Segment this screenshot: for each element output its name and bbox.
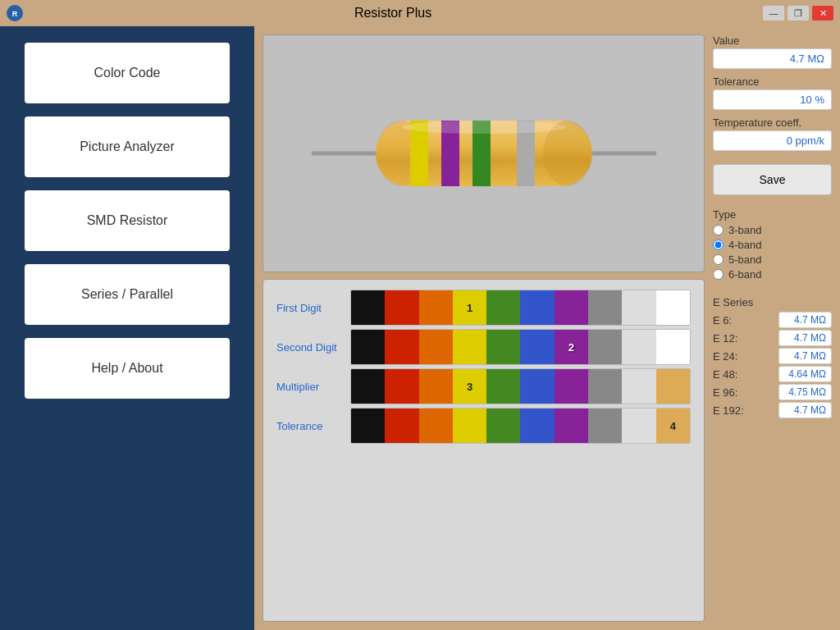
color-segment-0-5[interactable]: [520, 290, 554, 325]
eseries-row-2: E 24:4.7 MΩ: [713, 348, 832, 364]
color-segment-1-1[interactable]: [385, 330, 418, 364]
eseries-row-label-5: E 192:: [713, 404, 744, 417]
color-segment-3-5[interactable]: [520, 409, 554, 443]
color-segment-1-2[interactable]: [419, 330, 453, 364]
minimize-button[interactable]: —: [763, 6, 784, 21]
color-segment-1-0[interactable]: [351, 330, 385, 364]
eseries-row-value-0: 4.7 MΩ: [778, 312, 832, 328]
color-segment-1-5[interactable]: [520, 330, 554, 364]
color-segment-0-4[interactable]: [486, 290, 520, 325]
save-button[interactable]: Save: [713, 164, 832, 195]
color-segment-1-3[interactable]: [453, 330, 486, 364]
band-colors-2[interactable]: 3: [350, 368, 691, 404]
color-segment-0-8[interactable]: [622, 290, 655, 325]
eseries-row-label-1: E 12:: [713, 332, 737, 345]
nav-color-code[interactable]: Color Code: [25, 43, 230, 103]
nav-picture-analyzer[interactable]: Picture Analyzer: [25, 116, 230, 177]
eseries-row-1: E 12:4.7 MΩ: [713, 330, 832, 346]
color-segment-2-7[interactable]: [588, 369, 622, 404]
eseries-section: E Series E 6:4.7 MΩE 12:4.7 MΩE 24:4.7 M…: [713, 296, 832, 420]
color-segment-1-8[interactable]: [622, 330, 655, 364]
resistor-display: [262, 34, 705, 272]
band-colors-1[interactable]: 2: [350, 329, 691, 365]
eseries-row-label-0: E 6:: [713, 314, 732, 326]
tolerance-label: Tolerance: [713, 75, 832, 88]
band-row-0: First Digit1: [276, 288, 691, 327]
window-controls: — ❐ ✕: [763, 6, 833, 21]
band-colors-0[interactable]: 1: [350, 290, 691, 326]
band-label-0: First Digit: [276, 302, 350, 314]
color-segment-0-3[interactable]: 1: [453, 290, 486, 325]
radio-row-4-band: 4-band: [713, 239, 832, 251]
band-label-2: Multiplier: [276, 381, 350, 393]
color-segment-0-7[interactable]: [588, 290, 622, 325]
color-segment-3-1[interactable]: [385, 409, 418, 443]
radio-5-band[interactable]: [713, 254, 724, 265]
tolerance-section: Tolerance 10 %: [713, 75, 832, 110]
svg-text:R: R: [12, 10, 18, 18]
radio-label-6-band: 6-band: [728, 268, 761, 281]
nav-series-parallel[interactable]: Series / Parallel: [25, 264, 230, 325]
color-segment-3-9[interactable]: 4: [656, 409, 690, 443]
color-segment-1-4[interactable]: [486, 330, 520, 364]
color-segment-0-2[interactable]: [419, 290, 453, 325]
eseries-row-5: E 192:4.7 MΩ: [713, 402, 832, 418]
color-segment-3-7[interactable]: [588, 409, 622, 443]
color-segment-0-1[interactable]: [385, 290, 418, 325]
radio-6-band[interactable]: [713, 269, 724, 280]
titlebar: R Resistor Plus — ❐ ✕: [0, 0, 840, 26]
color-segment-3-6[interactable]: [555, 409, 588, 443]
color-segment-2-6[interactable]: [555, 369, 588, 404]
tolerance-display: 10 %: [713, 89, 832, 110]
radio-label-4-band: 4-band: [728, 239, 761, 251]
color-segment-0-0[interactable]: [351, 290, 385, 325]
nav-help-about[interactable]: Help / About: [25, 338, 230, 399]
color-segment-2-9[interactable]: [656, 369, 690, 404]
bands-area: First Digit1Second Digit2Multiplier3Tole…: [262, 279, 705, 622]
color-segment-1-9[interactable]: [656, 330, 690, 364]
color-segment-1-7[interactable]: [588, 330, 622, 364]
color-segment-3-8[interactable]: [622, 409, 655, 443]
radio-row-6-band: 6-band: [713, 268, 832, 281]
window-title: Resistor Plus: [354, 6, 431, 21]
color-segment-3-0[interactable]: [351, 409, 385, 443]
color-segment-3-2[interactable]: [419, 409, 453, 443]
color-segment-1-6[interactable]: 2: [555, 330, 588, 364]
color-segment-0-9[interactable]: [656, 290, 690, 325]
type-label: Type: [713, 208, 832, 221]
eseries-label: E Series: [713, 296, 832, 308]
type-options: 3-band4-band5-band6-band: [713, 224, 832, 281]
radio-row-3-band: 3-band: [713, 224, 832, 236]
color-segment-2-8[interactable]: [622, 369, 655, 404]
eseries-row-4: E 96:4.75 MΩ: [713, 384, 832, 400]
resistor-image: [312, 104, 656, 203]
center-column: First Digit1Second Digit2Multiplier3Tole…: [262, 34, 705, 622]
color-segment-3-4[interactable]: [486, 409, 520, 443]
radio-4-band[interactable]: [713, 240, 724, 250]
close-button[interactable]: ✕: [812, 6, 833, 21]
restore-button[interactable]: ❐: [788, 6, 809, 21]
color-segment-2-4[interactable]: [486, 369, 520, 404]
radio-3-band[interactable]: [713, 225, 724, 235]
color-segment-0-6[interactable]: [555, 290, 588, 325]
color-segment-2-1[interactable]: [385, 369, 418, 404]
nav-smd-resistor[interactable]: SMD Resistor: [25, 190, 230, 251]
properties-column: Value 4.7 MΩ Tolerance 10 % Temperature …: [713, 34, 832, 622]
color-segment-2-5[interactable]: [520, 369, 554, 404]
eseries-row-value-2: 4.7 MΩ: [778, 348, 832, 364]
color-segment-2-0[interactable]: [351, 369, 385, 404]
value-display: 4.7 MΩ: [713, 48, 832, 69]
band-row-1: Second Digit2: [276, 327, 691, 367]
type-section: Type 3-band4-band5-band6-band: [713, 208, 832, 283]
band-colors-3[interactable]: 4: [350, 408, 691, 444]
band-rows: First Digit1Second Digit2Multiplier3Tole…: [276, 288, 691, 445]
eseries-row-label-4: E 96:: [713, 386, 737, 399]
color-segment-2-3[interactable]: 3: [453, 369, 486, 404]
value-label: Value: [713, 34, 832, 47]
band-label-3: Tolerance: [276, 420, 350, 432]
content-area: First Digit1Second Digit2Multiplier3Tole…: [254, 26, 840, 630]
color-segment-3-3[interactable]: [453, 409, 486, 443]
eseries-row-value-4: 4.75 MΩ: [778, 384, 832, 400]
eseries-row-label-3: E 48:: [713, 368, 737, 381]
color-segment-2-2[interactable]: [419, 369, 453, 404]
